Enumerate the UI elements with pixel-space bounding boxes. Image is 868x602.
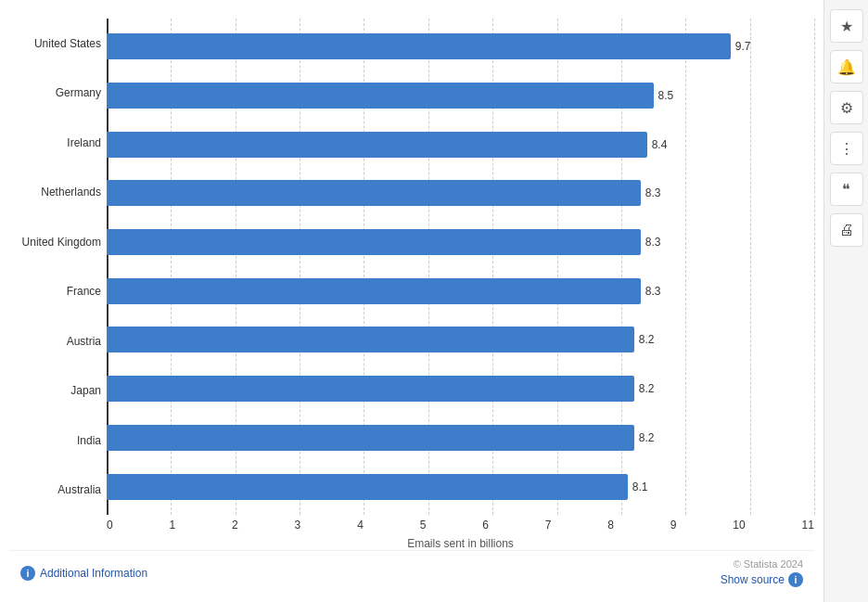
bar-value: 8.5	[658, 89, 674, 102]
bar-value: 8.3	[645, 236, 661, 249]
bar-row: 8.4	[107, 127, 814, 162]
bar-value: 8.3	[645, 285, 661, 298]
y-label: Austria	[9, 335, 101, 348]
x-axis-title: Emails sent in billions	[107, 537, 814, 550]
y-label: Australia	[9, 483, 101, 496]
chart-wrapper: United StatesGermanyIrelandNetherlandsUn…	[9, 19, 814, 550]
main-container: United StatesGermanyIrelandNetherlandsUn…	[0, 0, 868, 602]
bar-value: 8.2	[639, 431, 655, 444]
y-label: France	[9, 285, 101, 298]
bar	[107, 132, 647, 158]
bar-value: 8.2	[639, 382, 655, 395]
bar-value: 8.4	[652, 138, 668, 151]
show-source-info-icon: i	[788, 572, 803, 587]
y-label: Germany	[9, 86, 101, 99]
bar-value: 8.2	[639, 333, 655, 346]
share-icon[interactable]: ⋮	[830, 132, 863, 165]
settings-icon[interactable]: ⚙	[830, 91, 863, 124]
bar-row: 8.1	[107, 469, 814, 505]
x-spacer	[9, 519, 107, 550]
bottom-right: © Statista 2024 Show source i	[721, 558, 803, 587]
print-icon[interactable]: 🖨	[830, 213, 863, 247]
bottom-bar: i Additional Information © Statista 2024…	[9, 550, 814, 593]
bar	[107, 278, 641, 304]
x-tick-label: 7	[545, 519, 552, 532]
bar-value: 8.1	[632, 480, 648, 493]
x-labels-container: 01234567891011 Emails sent in billions	[107, 519, 814, 550]
chart-area: United StatesGermanyIrelandNetherlandsUn…	[0, 0, 823, 602]
y-label: United Kingdom	[9, 236, 101, 249]
bar-row: 8.3	[107, 224, 814, 260]
x-tick-label: 9	[670, 519, 677, 532]
cite-icon[interactable]: ❝	[830, 173, 863, 206]
bar	[107, 33, 731, 59]
bar	[107, 425, 634, 451]
x-tick-label: 1	[170, 519, 176, 532]
show-source-label: Show source	[721, 573, 785, 586]
x-tick-label: 10	[733, 519, 745, 532]
x-tick-label: 8	[607, 519, 614, 532]
sidebar: ★🔔⚙⋮❝🖨	[823, 0, 868, 602]
x-axis-area: 01234567891011 Emails sent in billions	[9, 519, 814, 550]
bar-row: 8.2	[107, 420, 814, 455]
bar	[107, 229, 641, 255]
bar-row: 8.2	[107, 322, 814, 357]
bar-row: 9.7	[107, 29, 814, 64]
y-label: Netherlands	[9, 186, 101, 199]
y-labels: United StatesGermanyIrelandNetherlandsUn…	[9, 19, 107, 515]
x-tick-label: 4	[357, 519, 364, 532]
bar-row: 8.3	[107, 175, 814, 211]
y-label: Japan	[9, 384, 101, 397]
info-icon: i	[20, 566, 35, 581]
bar	[107, 327, 634, 352]
bar	[107, 376, 634, 402]
bars-container: 9.78.58.48.38.38.38.28.28.28.1	[107, 19, 814, 515]
bar	[107, 180, 641, 206]
y-label: United States	[9, 37, 101, 50]
y-label: Ireland	[9, 136, 101, 149]
notification-icon[interactable]: 🔔	[830, 50, 863, 83]
x-tick-label: 3	[295, 519, 301, 532]
bars-section: United StatesGermanyIrelandNetherlandsUn…	[9, 19, 814, 515]
bar-row: 8.3	[107, 274, 814, 309]
bar	[107, 474, 628, 500]
x-tick-label: 2	[232, 519, 238, 532]
additional-info-button[interactable]: i Additional Information	[20, 566, 147, 581]
x-tick-label: 11	[802, 519, 814, 532]
show-source-button[interactable]: Show source i	[721, 572, 803, 587]
additional-info-label: Additional Information	[40, 567, 147, 580]
y-label: India	[9, 434, 101, 447]
bar-value: 9.7	[735, 40, 751, 53]
x-tick-label: 0	[107, 519, 113, 532]
x-tick-label: 6	[482, 519, 489, 532]
bar-row: 8.5	[107, 78, 814, 113]
x-tick-label: 5	[420, 519, 427, 532]
favorite-icon[interactable]: ★	[830, 9, 863, 43]
statista-credit: © Statista 2024	[734, 558, 803, 570]
grid-line	[814, 19, 815, 515]
bar-row: 8.2	[107, 371, 814, 406]
bar-value: 8.3	[645, 186, 661, 199]
bar	[107, 83, 654, 109]
x-tick-labels: 01234567891011	[107, 519, 814, 532]
